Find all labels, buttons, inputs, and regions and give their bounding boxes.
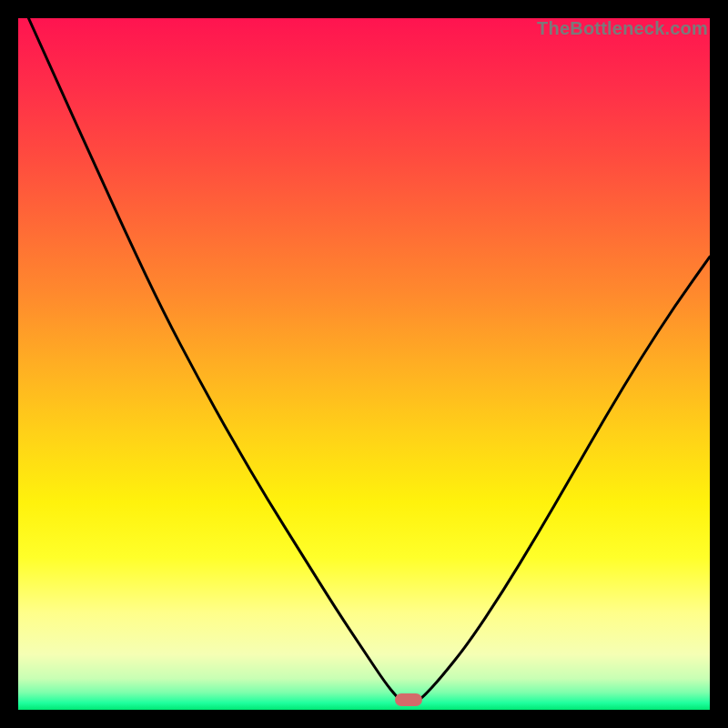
plot-area: TheBottleneck.com	[18, 18, 710, 710]
bottleneck-curve	[18, 18, 710, 710]
optimal-marker	[395, 693, 422, 706]
chart-frame: TheBottleneck.com	[0, 0, 728, 728]
